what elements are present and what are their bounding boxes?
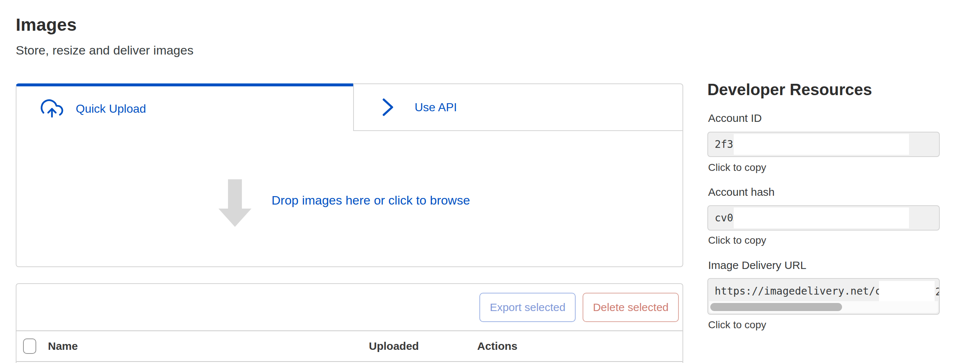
image-delivery-url-label: Image Delivery URL [708, 259, 806, 272]
page-title: Images [16, 14, 77, 35]
redaction-overlay [734, 207, 909, 228]
account-id-label: Account ID [708, 112, 762, 124]
select-all-checkbox[interactable] [23, 339, 36, 354]
account-hash-copy-hint: Click to copy [708, 234, 766, 246]
delete-selected-button[interactable]: Delete selected [582, 293, 679, 322]
page-subtitle: Store, resize and deliver images [16, 43, 194, 57]
image-delivery-url-field[interactable]: https://imagedelivery.net/cv0JSj 2 [707, 278, 940, 315]
bulk-actions-row: Export selected Delete selected [16, 284, 682, 331]
tab-quick-upload[interactable]: Quick Upload [16, 83, 353, 131]
url-trailing-char: 2 [935, 286, 940, 301]
tab-use-api[interactable]: Use API [353, 83, 683, 131]
dropzone-text: Drop images here or click to browse [272, 193, 470, 207]
image-delivery-url-copy-hint: Click to copy [708, 319, 766, 331]
redaction-overlay [879, 281, 935, 303]
table-header-row: Name Uploaded Actions [16, 331, 682, 362]
scrollbar-thumb[interactable] [710, 303, 842, 311]
account-id-copy-hint: Click to copy [708, 162, 766, 174]
account-id-field[interactable]: 2f3d [707, 132, 940, 157]
column-header-uploaded: Uploaded [369, 340, 419, 352]
upload-tabs: Quick Upload Use API [16, 83, 683, 131]
horizontal-scrollbar [709, 301, 938, 313]
column-header-actions: Actions [477, 340, 517, 352]
image-list-panel: Export selected Delete selected Name Upl… [16, 283, 683, 363]
account-hash-field[interactable]: cv0J [707, 205, 940, 231]
down-arrow-icon [218, 179, 251, 227]
tab-quick-upload-label: Quick Upload [76, 102, 146, 116]
chevron-right-icon [381, 96, 395, 119]
cloud-upload-icon [40, 97, 64, 120]
redaction-overlay [734, 134, 909, 155]
export-selected-button[interactable]: Export selected [479, 293, 576, 322]
sidebar-title: Developer Resources [707, 81, 872, 99]
account-hash-label: Account hash [708, 186, 775, 198]
column-header-name: Name [48, 340, 78, 352]
image-dropzone[interactable]: Drop images here or click to browse [16, 131, 683, 267]
tab-use-api-label: Use API [415, 100, 457, 114]
